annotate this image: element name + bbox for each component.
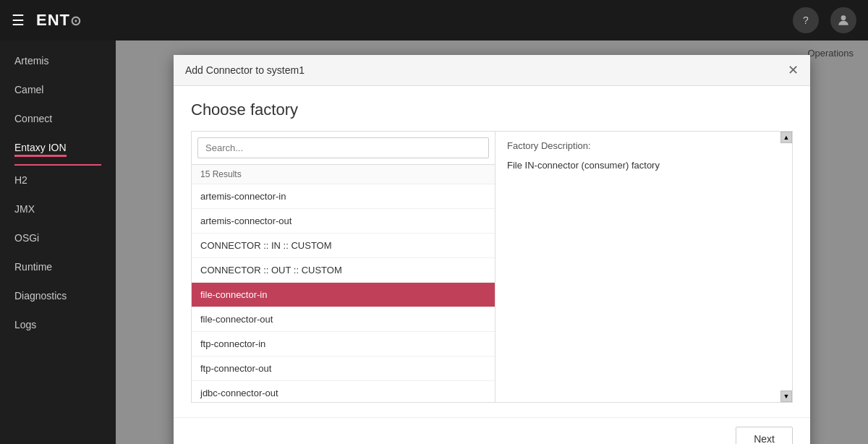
description-label: Factory Description: <box>507 140 780 151</box>
factory-content: 15 Results artemis-connector-in artemis-… <box>191 131 793 403</box>
next-button[interactable]: Next <box>736 427 793 444</box>
factory-list-panel: 15 Results artemis-connector-in artemis-… <box>192 132 495 402</box>
help-icon[interactable]: ? <box>793 7 819 33</box>
dialog-header: Add Connector to system1 ✕ <box>174 55 810 86</box>
dialog-title: Add Connector to system1 <box>185 64 305 76</box>
sidebar-item-h2[interactable]: H2 <box>0 166 116 195</box>
dialog: Add Connector to system1 ✕ Choose factor… <box>174 55 810 444</box>
list-item[interactable]: jdbc-connector-out <box>192 381 495 402</box>
list-item[interactable]: artemis-connector-in <box>192 184 495 209</box>
sidebar: Artemis Camel Connect Entaxy ION H2 JMX … <box>0 40 116 444</box>
sidebar-item-runtime[interactable]: Runtime <box>0 252 116 281</box>
list-item-selected[interactable]: file-connector-in <box>192 283 495 307</box>
dialog-footer: Next <box>174 417 810 444</box>
sidebar-item-logs[interactable]: Logs <box>0 310 116 339</box>
factory-desc-panel: ▲ Factory Description: File IN-connector… <box>495 132 792 402</box>
dialog-heading: Choose factory <box>191 101 793 119</box>
user-icon <box>836 13 851 27</box>
description-text: File IN-connector (consumer) factory <box>507 160 780 171</box>
list-item[interactable]: artemis-connector-out <box>192 209 495 234</box>
active-indicator <box>14 155 67 157</box>
svg-point-0 <box>841 15 846 20</box>
scroll-up-button[interactable]: ▲ <box>780 132 792 143</box>
logo: ENT⊙ <box>36 11 82 30</box>
sidebar-item-entaxy-ion[interactable]: Entaxy ION <box>0 133 116 166</box>
list-item[interactable]: CONNECTOR :: OUT :: CUSTOM <box>192 258 495 283</box>
sidebar-item-diagnostics[interactable]: Diagnostics <box>0 281 116 310</box>
sidebar-item-camel[interactable]: Camel <box>0 75 116 104</box>
list-item[interactable]: file-connector-out <box>192 307 495 332</box>
dialog-body: Choose factory 15 Results artemis-connec… <box>174 86 810 417</box>
factory-items-list: artemis-connector-in artemis-connector-o… <box>192 184 495 402</box>
desc-content: Factory Description: File IN-connector (… <box>495 132 792 402</box>
sidebar-item-jmx[interactable]: JMX <box>0 195 116 223</box>
list-item[interactable]: ftp-connector-in <box>192 332 495 357</box>
top-bar: ☰ ENT⊙ ? <box>0 0 868 40</box>
sidebar-item-connect[interactable]: Connect <box>0 104 116 133</box>
sidebar-item-osgi[interactable]: OSGi <box>0 223 116 252</box>
sidebar-item-artemis[interactable]: Artemis <box>0 46 116 75</box>
scroll-down-button[interactable]: ▼ <box>780 390 792 402</box>
list-item[interactable]: CONNECTOR :: IN :: CUSTOM <box>192 234 495 258</box>
dialog-overlay: Add Connector to system1 ✕ Choose factor… <box>116 40 868 444</box>
search-input[interactable] <box>197 137 489 158</box>
logo-circle: ⊙ <box>70 14 82 28</box>
chevron-down-icon: ▼ <box>783 393 790 400</box>
search-box <box>192 132 495 165</box>
list-item[interactable]: ftp-connector-out <box>192 357 495 381</box>
user-avatar[interactable] <box>830 7 856 33</box>
main-layout: Artemis Camel Connect Entaxy ION H2 JMX … <box>0 40 868 444</box>
chevron-up-icon: ▲ <box>783 134 790 141</box>
menu-icon[interactable]: ☰ <box>12 12 25 29</box>
content-area: Operations Add Connector to system1 ✕ Ch… <box>116 40 868 444</box>
results-count: 15 Results <box>192 165 495 184</box>
dialog-close-button[interactable]: ✕ <box>788 64 799 77</box>
